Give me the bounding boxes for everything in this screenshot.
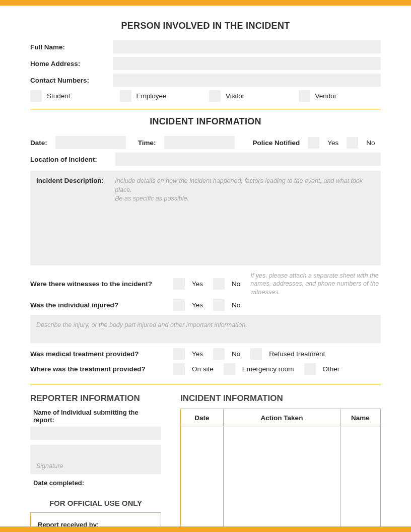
home-address-label: Home Address: (30, 60, 106, 68)
onsite-checkbox[interactable] (173, 363, 185, 375)
reporter-name-input[interactable] (30, 427, 161, 440)
date-completed-label: Date completed: (33, 479, 161, 487)
witness-no-label: No (232, 280, 240, 288)
employee-label: Employee (136, 92, 167, 100)
witness-question-label: Were there witnesses to the incident? (30, 280, 166, 288)
table-row (181, 427, 381, 532)
location-input[interactable] (115, 153, 381, 166)
actions-title: INCIDENT INFORMATION (180, 393, 381, 404)
visitor-label: Visitor (226, 92, 244, 100)
signature-box[interactable]: Signature (30, 445, 161, 474)
witness-no-checkbox[interactable] (213, 278, 225, 290)
col-action: Action Taken (224, 409, 340, 427)
student-checkbox[interactable] (30, 90, 42, 102)
injured-yes-label: Yes (192, 301, 203, 309)
date-label: Date: (30, 139, 47, 147)
incident-description-box[interactable]: Incident Description: Include details on… (30, 171, 381, 265)
section2-title: INCIDENT INFORMATION (30, 116, 381, 127)
cell-date[interactable] (181, 427, 224, 532)
location-label: Location of Incident: (30, 156, 108, 163)
actions-table: Date Action Taken Name (180, 409, 381, 532)
incident-description-placeholder-1: Include details on how the incident happ… (115, 177, 375, 194)
witness-yes-label: Yes (192, 280, 203, 288)
top-accent-bar (0, 0, 411, 6)
er-checkbox[interactable] (224, 363, 235, 375)
cell-action[interactable] (224, 427, 340, 532)
police-yes-label: Yes (327, 139, 338, 147)
where-treatment-label: Where was the treatment provided? (30, 365, 166, 373)
reporter-name-label: Name of Individual submitting the report… (33, 409, 161, 424)
refused-checkbox[interactable] (250, 348, 262, 360)
section1-title: PERSON INVOLVED IN THE INCIDENT (30, 21, 381, 31)
date-input[interactable] (55, 136, 126, 149)
er-label: Emergency room (242, 365, 294, 373)
student-label: Student (47, 92, 71, 100)
witness-yes-checkbox[interactable] (173, 278, 185, 290)
injured-no-checkbox[interactable] (213, 299, 225, 311)
full-name-input[interactable] (113, 40, 381, 53)
home-address-input[interactable] (113, 57, 381, 70)
contact-numbers-label: Contact Numbers: (30, 77, 106, 84)
contact-numbers-input[interactable] (113, 74, 381, 87)
injured-no-label: No (232, 301, 240, 309)
divider-1 (30, 109, 381, 109)
full-name-label: Full Name: (30, 43, 106, 51)
time-label: Time: (138, 139, 156, 147)
incident-description-placeholder-2: Be as specific as possible. (115, 194, 375, 204)
employee-checkbox[interactable] (120, 90, 131, 102)
witness-note: If yes, please attach a separate sheet w… (250, 272, 381, 296)
treatment-no-checkbox[interactable] (213, 348, 225, 360)
treatment-no-label: No (232, 350, 240, 358)
treatment-yes-checkbox[interactable] (173, 348, 185, 360)
police-no-label: No (366, 139, 375, 147)
col-name: Name (340, 409, 381, 427)
page-content: PERSON INVOLVED IN THE INCIDENT Full Nam… (0, 21, 411, 532)
other-label: Other (323, 365, 340, 373)
vendor-label: Vendor (315, 92, 337, 100)
incident-description-label: Incident Description: (36, 177, 104, 259)
bottom-accent-bar (0, 526, 411, 532)
refused-label: Refused treatment (269, 350, 325, 358)
police-yes-checkbox[interactable] (308, 137, 319, 149)
injured-question-label: Was the individual injured? (30, 301, 166, 309)
police-no-checkbox[interactable] (347, 137, 358, 149)
treatment-question-label: Was medical treatment provided? (30, 350, 166, 358)
col-date: Date (181, 409, 224, 427)
signature-placeholder: Signature (36, 462, 63, 471)
other-checkbox[interactable] (304, 363, 316, 375)
reporter-title: REPORTER INFORMATION (30, 393, 161, 404)
cell-name[interactable] (340, 427, 381, 532)
treatment-yes-label: Yes (192, 350, 203, 358)
injury-description-placeholder: Describe the injury, or the body part in… (36, 321, 247, 328)
visitor-checkbox[interactable] (209, 90, 221, 102)
vendor-checkbox[interactable] (299, 90, 310, 102)
time-input[interactable] (164, 136, 235, 149)
police-label: Police Notified (253, 139, 300, 147)
official-title: FOR OFFICIAL USE ONLY (30, 499, 161, 507)
injury-description-box[interactable]: Describe the injury, or the body part in… (30, 315, 381, 343)
injured-yes-checkbox[interactable] (173, 299, 185, 311)
divider-2 (30, 384, 381, 384)
onsite-label: On site (192, 365, 214, 373)
